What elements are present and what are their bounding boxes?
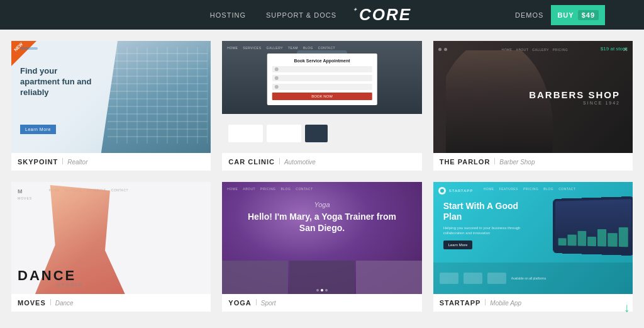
caption-divider	[62, 158, 63, 164]
buy-price: $49	[578, 10, 599, 20]
startapp-bottom: Available on all platforms	[433, 263, 633, 294]
caption-type-parlor: Barber Shop	[499, 159, 535, 166]
skypoint-badge	[11, 41, 38, 67]
carclinic-submit: BOOK NOW	[272, 93, 372, 100]
caption-type-yoga: Sport	[261, 300, 276, 307]
yoga-person-3	[356, 261, 421, 294]
moves-subtitle: STUDIO	[57, 282, 83, 288]
scroll-to-top-button[interactable]: ↑	[624, 302, 630, 317]
nav-support[interactable]: SUPPORT & DOCS	[266, 11, 336, 19]
site-logo[interactable]: CORE	[359, 5, 411, 25]
parlor-title: BARBERS SHOP	[529, 89, 620, 101]
startapp-desc: Helping you succeed in your business thr…	[443, 225, 523, 236]
caption-type-moves: Dance	[55, 300, 74, 307]
startapp-title: Start With A Good Plan	[443, 201, 523, 222]
startapp-text: Start With A Good Plan Helping you succe…	[443, 201, 523, 249]
skypoint-building	[101, 41, 211, 153]
card-moves[interactable]: MMOVES HOME CLASSES SCHEDULE CONTACT DAN…	[11, 182, 211, 312]
caption-name-parlor: THE PARLOR	[440, 158, 491, 166]
thumb-startapp: STARTAPP HOME FEATURES PRICING BLOG CONT…	[433, 182, 633, 294]
card-caption-skypoint: SKYPOINT Realtor	[11, 153, 211, 171]
caption-type-carclinic: Automotive	[284, 159, 316, 166]
startapp-logo-sm: STARTAPP	[438, 187, 474, 195]
caption-divider-5	[256, 299, 257, 305]
card-caption-startapp: STARTAPP Mobile App	[433, 294, 633, 312]
carclinic-form-row-2	[272, 75, 372, 81]
moves-title: DANCE	[18, 269, 76, 283]
thumb-moves: MMOVES HOME CLASSES SCHEDULE CONTACT DAN…	[11, 182, 211, 294]
caption-name-carclinic: CAR CLINIC	[228, 158, 275, 166]
card-yoga[interactable]: HOME ABOUT PRICING BLOG CONTACT Yoga Hel…	[222, 182, 421, 312]
yoga-person-1	[222, 261, 287, 294]
yoga-nav: HOME ABOUT PRICING BLOG CONTACT	[227, 187, 416, 191]
thumb-parlor: HOME ABOUT GALLERY PRICING ✕ BARBERS SHO…	[433, 41, 633, 153]
yoga-title: Hello! I'm Mary, a Yoga Trainer from San…	[242, 211, 402, 234]
startapp-logo-circle	[438, 187, 446, 195]
yoga-bottom	[222, 261, 421, 294]
startapp-chart	[558, 227, 628, 247]
yoga-script: Yoga	[242, 201, 402, 208]
startapp-logo-text: Available on all platforms	[511, 276, 547, 280]
buy-button[interactable]: BUY $49	[551, 5, 605, 25]
yoga-dots	[316, 289, 328, 291]
carclinic-form-title: Book Service Appointment	[272, 59, 372, 63]
carclinic-bottom	[222, 114, 421, 153]
startapp-logo-inner	[440, 189, 444, 193]
caption-divider-2	[279, 158, 280, 164]
card-startapp[interactable]: STARTAPP HOME FEATURES PRICING BLOG CONT…	[433, 182, 633, 312]
caption-divider-3	[494, 158, 495, 164]
carclinic-form-row-3	[272, 84, 372, 90]
startapp-tablet-screen	[555, 199, 631, 250]
thumb-skypoint: NEW Find your apartment fun and reliably…	[11, 41, 211, 153]
demos-grid: NEW Find your apartment fun and reliably…	[0, 30, 644, 319]
caption-type-startapp: Mobile App	[490, 300, 521, 307]
carclinic-card-3	[305, 125, 328, 142]
skypoint-btn: Learn More	[20, 125, 56, 134]
card-parlor[interactable]: HOME ABOUT GALLERY PRICING ✕ BARBERS SHO…	[433, 41, 633, 171]
parlor-text: BARBERS SHOP SINCE 1942	[529, 89, 620, 105]
buy-label: BUY	[557, 11, 574, 19]
card-carclinic[interactable]: HOME SERVICES GALLERY TEAM BLOG CONTACT …	[222, 41, 421, 171]
carclinic-form: Book Service Appointment BOOK NOW	[267, 54, 377, 105]
caption-name-startapp: STARTAPP	[440, 299, 481, 307]
parlor-dots	[438, 48, 447, 51]
card-caption-carclinic: CAR CLINIC Automotive	[222, 153, 421, 171]
caption-type-skypoint: Realtor	[67, 159, 87, 166]
startapp-btn: Learn More	[443, 240, 473, 249]
nav-demos[interactable]: DEMOS	[515, 11, 543, 19]
card-caption-moves: MOVES Dance	[11, 294, 211, 312]
yoga-text: Yoga Hello! I'm Mary, a Yoga Trainer fro…	[242, 201, 402, 234]
carclinic-form-row-1	[272, 66, 372, 72]
card-caption-parlor: THE PARLOR Barber Shop	[433, 153, 633, 171]
startapp-logo-card-2	[464, 273, 482, 284]
card-caption-yoga: YOGA Sport	[222, 294, 421, 312]
skypoint-nav-dot	[20, 47, 38, 50]
skypoint-text: Find your apartment fun and reliably	[20, 66, 96, 98]
startapp-logo-card-1	[440, 273, 458, 284]
parlor-price: $19 at stock	[601, 46, 628, 52]
caption-name-skypoint: SKYPOINT	[18, 158, 58, 166]
nav-hosting[interactable]: HOSTING	[210, 11, 246, 19]
caption-name-moves: MOVES	[18, 299, 46, 307]
carclinic-card-1	[228, 125, 263, 142]
caption-divider-4	[50, 299, 51, 305]
startapp-tablet	[553, 196, 633, 256]
carclinic-card-2	[267, 125, 301, 142]
parlor-subtitle: SINCE 1942	[529, 101, 620, 105]
card-skypoint[interactable]: NEW Find your apartment fun and reliably…	[11, 41, 211, 171]
caption-divider-6	[485, 299, 486, 305]
thumb-yoga: HOME ABOUT PRICING BLOG CONTACT Yoga Hel…	[222, 182, 421, 294]
thumb-carclinic: HOME SERVICES GALLERY TEAM BLOG CONTACT …	[222, 41, 421, 153]
main-nav: HOSTING SUPPORT & DOCS CORE DEMOS BUY $4…	[0, 0, 644, 30]
startapp-logo-card-3	[487, 273, 506, 284]
moves-logo: MMOVES	[18, 188, 32, 201]
carclinic-nav: HOME SERVICES GALLERY TEAM BLOG CONTACT	[227, 46, 416, 50]
caption-name-yoga: YOGA	[228, 299, 251, 307]
card-grid: NEW Find your apartment fun and reliably…	[11, 41, 633, 312]
